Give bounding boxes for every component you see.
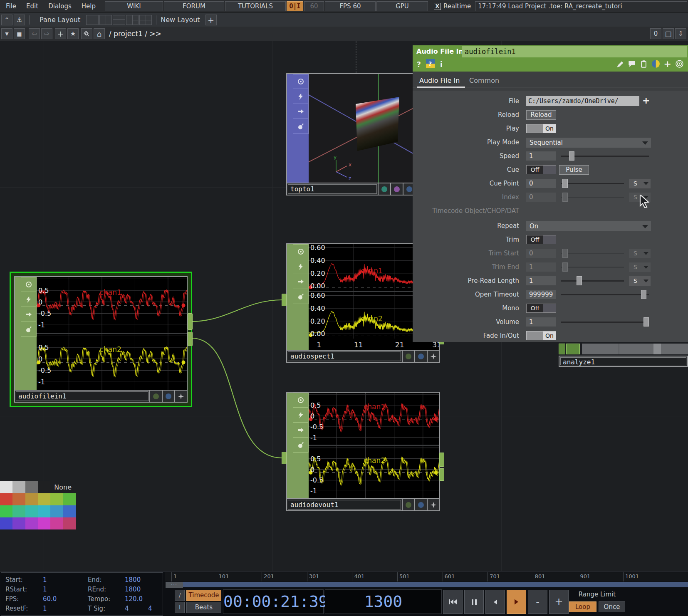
oi-toggle-button[interactable]: O|I xyxy=(287,1,303,11)
color-swatch[interactable] xyxy=(63,505,75,517)
slider-handle[interactable] xyxy=(577,276,582,285)
state-dot[interactable] xyxy=(162,391,174,402)
output-connector[interactable] xyxy=(439,468,444,481)
display-flag-icon[interactable] xyxy=(21,277,37,292)
node-name-label[interactable]: audiodevout1 xyxy=(288,500,401,510)
export-flag-icon[interactable] xyxy=(293,104,309,119)
stop-icon[interactable]: ■ xyxy=(14,28,25,39)
bypass-flag-icon[interactable] xyxy=(293,119,309,134)
color-swatch[interactable] xyxy=(25,493,38,505)
state-dot[interactable] xyxy=(149,391,162,402)
wiki-button[interactable]: WIKI xyxy=(105,1,163,11)
home-icon[interactable]: ⌂ xyxy=(94,28,105,39)
display-flag-icon[interactable] xyxy=(293,244,309,259)
add-layout-button[interactable]: + xyxy=(205,15,217,25)
node-name-label[interactable]: analyze1 xyxy=(560,357,686,365)
anchor-icon[interactable]: ⚓ xyxy=(14,15,25,25)
bypass-flag-icon[interactable] xyxy=(21,322,37,337)
step-plus-button[interactable]: + xyxy=(549,590,569,614)
state-dot[interactable] xyxy=(378,183,390,195)
cook-flag-icon[interactable] xyxy=(21,292,37,307)
color-swatch[interactable] xyxy=(12,505,25,517)
color-swatch[interactable] xyxy=(50,517,63,529)
timecode-mode-button[interactable]: Timecode xyxy=(186,590,221,601)
export-flag-icon[interactable] xyxy=(293,274,309,289)
output-connector[interactable] xyxy=(188,313,193,330)
slider-handle[interactable] xyxy=(641,290,646,299)
toggle-cue[interactable]: Off xyxy=(526,165,556,174)
state-dot[interactable] xyxy=(414,351,427,362)
node-analyze1[interactable]: analyze1 xyxy=(559,344,688,368)
search-icon[interactable] xyxy=(81,28,92,39)
window-icon[interactable]: □ xyxy=(663,28,674,39)
color-swatch[interactable] xyxy=(25,505,38,517)
sparkle-icon[interactable] xyxy=(427,351,439,362)
pane-type-dropdown-icon[interactable]: ▼ xyxy=(1,28,12,39)
input-connector[interactable] xyxy=(282,294,287,306)
color-swatch[interactable] xyxy=(0,505,12,517)
toggle-play[interactable]: On xyxy=(526,124,556,133)
info-icon[interactable]: i xyxy=(440,60,443,69)
tab-audio-file-in[interactable]: Audio File In xyxy=(419,77,460,84)
range-grip[interactable]: ··· xyxy=(166,582,183,588)
state-dot[interactable] xyxy=(414,499,427,510)
value-field[interactable]: 1 xyxy=(526,276,556,285)
comment-icon[interactable] xyxy=(628,60,636,68)
color-swatch[interactable] xyxy=(25,517,38,529)
state-dot[interactable] xyxy=(402,351,414,362)
forum-button[interactable]: FORUM xyxy=(164,1,224,11)
collapse-down-icon[interactable]: ⇩ xyxy=(675,28,686,39)
node-name-label[interactable]: audiofilein1 xyxy=(16,391,148,401)
slider-track[interactable] xyxy=(561,253,624,254)
color-swatch[interactable] xyxy=(38,517,50,529)
add-parameter-icon[interactable]: + xyxy=(664,60,671,68)
preset-single[interactable] xyxy=(86,15,99,25)
node-viewer-audiofilein1[interactable]: 0.50-0.5-1chan10.50-0.5-1chan2 xyxy=(37,277,187,391)
play-icon[interactable] xyxy=(507,590,526,614)
value-field[interactable]: 0 xyxy=(526,179,556,188)
units-dropdown[interactable]: S xyxy=(629,179,651,188)
preset-split-horizontal[interactable] xyxy=(113,15,125,25)
dropdown-play-mode[interactable]: Sequential xyxy=(526,138,651,148)
step-minus-button[interactable]: - xyxy=(528,590,547,614)
node-viewer-audiodevout1[interactable]: 0.50-0.5-1chan10.50-0.5-1chan2 xyxy=(309,393,439,499)
slider-handle[interactable] xyxy=(562,262,568,272)
sparkle-icon[interactable] xyxy=(427,499,439,510)
back-icon[interactable]: ⇦ xyxy=(29,28,40,39)
node-audiofilein1[interactable]: 0.50-0.5-1chan10.50-0.5-1chan2audiofilei… xyxy=(14,276,188,403)
color-swatch[interactable] xyxy=(0,493,12,505)
state-dot[interactable] xyxy=(402,499,414,510)
sparkle-icon[interactable] xyxy=(174,391,187,402)
color-swatch[interactable] xyxy=(63,493,75,505)
slider-handle[interactable] xyxy=(569,151,574,161)
bookmark-star-icon[interactable]: ★ xyxy=(67,28,79,39)
value-field[interactable]: 0 xyxy=(526,193,556,202)
node-name-label[interactable]: audiospect1 xyxy=(288,351,401,361)
color-swatch[interactable] xyxy=(38,481,50,493)
pause-icon[interactable] xyxy=(464,590,484,614)
color-swatch[interactable] xyxy=(50,505,63,517)
operator-name-field[interactable]: audiofilein1 xyxy=(462,46,687,57)
value-field[interactable]: 999999 xyxy=(526,290,556,299)
menu-file[interactable]: File xyxy=(6,2,16,10)
file-path-field[interactable]: C:/Users/zamdo/OneDrive/ xyxy=(526,96,639,106)
slider-track[interactable] xyxy=(561,294,649,295)
toggle-mono[interactable]: Off xyxy=(526,304,556,313)
node-name-label[interactable]: topto1 xyxy=(288,184,377,194)
gpu-button[interactable]: GPU xyxy=(376,1,428,11)
color-swatch[interactable] xyxy=(50,493,63,505)
preset-three-pane[interactable] xyxy=(126,15,139,25)
file-browse-plus-icon[interactable]: + xyxy=(642,95,650,106)
value-field[interactable]: 1 xyxy=(526,317,556,327)
slider-track[interactable] xyxy=(561,197,624,198)
export-flag-icon[interactable] xyxy=(21,307,37,322)
realtime-checkbox-icon[interactable]: X xyxy=(434,3,441,10)
units-dropdown[interactable]: S xyxy=(629,276,651,286)
node-body[interactable] xyxy=(582,344,688,354)
color-swatch[interactable] xyxy=(12,493,25,505)
fps-button[interactable]: FPS 60 xyxy=(325,1,376,11)
slider-track[interactable] xyxy=(561,322,649,323)
once-button[interactable]: Once xyxy=(599,601,625,612)
slider-track[interactable] xyxy=(561,183,624,184)
value-field[interactable]: 1 xyxy=(526,262,556,272)
